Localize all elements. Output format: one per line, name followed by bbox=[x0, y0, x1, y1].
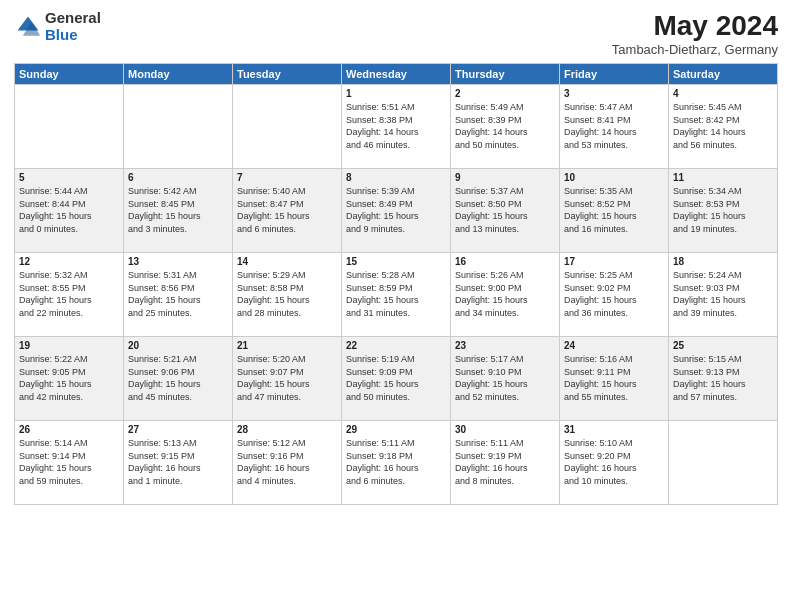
day-info: Sunrise: 5:17 AM Sunset: 9:10 PM Dayligh… bbox=[455, 353, 555, 403]
day-number: 19 bbox=[19, 340, 119, 351]
day-number: 25 bbox=[673, 340, 773, 351]
day-info: Sunrise: 5:20 AM Sunset: 9:07 PM Dayligh… bbox=[237, 353, 337, 403]
day-info: Sunrise: 5:10 AM Sunset: 9:20 PM Dayligh… bbox=[564, 437, 664, 487]
day-info: Sunrise: 5:22 AM Sunset: 9:05 PM Dayligh… bbox=[19, 353, 119, 403]
day-info: Sunrise: 5:16 AM Sunset: 9:11 PM Dayligh… bbox=[564, 353, 664, 403]
day-info: Sunrise: 5:47 AM Sunset: 8:41 PM Dayligh… bbox=[564, 101, 664, 151]
logo-general-text: General bbox=[45, 10, 101, 27]
calendar-cell: 11Sunrise: 5:34 AM Sunset: 8:53 PM Dayli… bbox=[669, 169, 778, 253]
calendar-week-3: 12Sunrise: 5:32 AM Sunset: 8:55 PM Dayli… bbox=[15, 253, 778, 337]
day-number: 16 bbox=[455, 256, 555, 267]
day-number: 14 bbox=[237, 256, 337, 267]
day-info: Sunrise: 5:14 AM Sunset: 9:14 PM Dayligh… bbox=[19, 437, 119, 487]
calendar-cell: 23Sunrise: 5:17 AM Sunset: 9:10 PM Dayli… bbox=[451, 337, 560, 421]
day-info: Sunrise: 5:15 AM Sunset: 9:13 PM Dayligh… bbox=[673, 353, 773, 403]
day-number: 12 bbox=[19, 256, 119, 267]
calendar-cell bbox=[669, 421, 778, 505]
logo: General Blue bbox=[14, 10, 101, 43]
day-info: Sunrise: 5:26 AM Sunset: 9:00 PM Dayligh… bbox=[455, 269, 555, 319]
logo-icon bbox=[14, 13, 42, 41]
calendar-week-5: 26Sunrise: 5:14 AM Sunset: 9:14 PM Dayli… bbox=[15, 421, 778, 505]
day-number: 30 bbox=[455, 424, 555, 435]
day-number: 28 bbox=[237, 424, 337, 435]
day-info: Sunrise: 5:34 AM Sunset: 8:53 PM Dayligh… bbox=[673, 185, 773, 235]
day-info: Sunrise: 5:19 AM Sunset: 9:09 PM Dayligh… bbox=[346, 353, 446, 403]
day-number: 26 bbox=[19, 424, 119, 435]
calendar-cell: 31Sunrise: 5:10 AM Sunset: 9:20 PM Dayli… bbox=[560, 421, 669, 505]
calendar-cell: 2Sunrise: 5:49 AM Sunset: 8:39 PM Daylig… bbox=[451, 85, 560, 169]
day-number: 11 bbox=[673, 172, 773, 183]
weekday-header-row: SundayMondayTuesdayWednesdayThursdayFrid… bbox=[15, 64, 778, 85]
logo-blue-text: Blue bbox=[45, 27, 101, 44]
calendar-table: SundayMondayTuesdayWednesdayThursdayFrid… bbox=[14, 63, 778, 505]
day-number: 20 bbox=[128, 340, 228, 351]
calendar-cell bbox=[124, 85, 233, 169]
calendar-week-4: 19Sunrise: 5:22 AM Sunset: 9:05 PM Dayli… bbox=[15, 337, 778, 421]
calendar-cell bbox=[15, 85, 124, 169]
day-number: 29 bbox=[346, 424, 446, 435]
day-info: Sunrise: 5:35 AM Sunset: 8:52 PM Dayligh… bbox=[564, 185, 664, 235]
day-info: Sunrise: 5:44 AM Sunset: 8:44 PM Dayligh… bbox=[19, 185, 119, 235]
day-info: Sunrise: 5:42 AM Sunset: 8:45 PM Dayligh… bbox=[128, 185, 228, 235]
calendar-cell bbox=[233, 85, 342, 169]
page: General Blue May 2024 Tambach-Dietharz, … bbox=[0, 0, 792, 612]
day-number: 9 bbox=[455, 172, 555, 183]
logo-text: General Blue bbox=[45, 10, 101, 43]
day-info: Sunrise: 5:49 AM Sunset: 8:39 PM Dayligh… bbox=[455, 101, 555, 151]
day-info: Sunrise: 5:45 AM Sunset: 8:42 PM Dayligh… bbox=[673, 101, 773, 151]
day-info: Sunrise: 5:37 AM Sunset: 8:50 PM Dayligh… bbox=[455, 185, 555, 235]
day-number: 17 bbox=[564, 256, 664, 267]
calendar-cell: 20Sunrise: 5:21 AM Sunset: 9:06 PM Dayli… bbox=[124, 337, 233, 421]
day-info: Sunrise: 5:21 AM Sunset: 9:06 PM Dayligh… bbox=[128, 353, 228, 403]
calendar-cell: 5Sunrise: 5:44 AM Sunset: 8:44 PM Daylig… bbox=[15, 169, 124, 253]
calendar-cell: 1Sunrise: 5:51 AM Sunset: 8:38 PM Daylig… bbox=[342, 85, 451, 169]
calendar-week-2: 5Sunrise: 5:44 AM Sunset: 8:44 PM Daylig… bbox=[15, 169, 778, 253]
weekday-header-saturday: Saturday bbox=[669, 64, 778, 85]
day-info: Sunrise: 5:11 AM Sunset: 9:19 PM Dayligh… bbox=[455, 437, 555, 487]
day-info: Sunrise: 5:12 AM Sunset: 9:16 PM Dayligh… bbox=[237, 437, 337, 487]
calendar-cell: 26Sunrise: 5:14 AM Sunset: 9:14 PM Dayli… bbox=[15, 421, 124, 505]
day-number: 8 bbox=[346, 172, 446, 183]
day-info: Sunrise: 5:13 AM Sunset: 9:15 PM Dayligh… bbox=[128, 437, 228, 487]
day-number: 4 bbox=[673, 88, 773, 99]
calendar-cell: 28Sunrise: 5:12 AM Sunset: 9:16 PM Dayli… bbox=[233, 421, 342, 505]
calendar-cell: 3Sunrise: 5:47 AM Sunset: 8:41 PM Daylig… bbox=[560, 85, 669, 169]
calendar-cell: 16Sunrise: 5:26 AM Sunset: 9:00 PM Dayli… bbox=[451, 253, 560, 337]
day-number: 22 bbox=[346, 340, 446, 351]
day-number: 5 bbox=[19, 172, 119, 183]
day-number: 1 bbox=[346, 88, 446, 99]
weekday-header-tuesday: Tuesday bbox=[233, 64, 342, 85]
day-number: 23 bbox=[455, 340, 555, 351]
title-area: May 2024 Tambach-Dietharz, Germany bbox=[612, 10, 778, 57]
day-number: 21 bbox=[237, 340, 337, 351]
day-number: 13 bbox=[128, 256, 228, 267]
calendar-cell: 24Sunrise: 5:16 AM Sunset: 9:11 PM Dayli… bbox=[560, 337, 669, 421]
day-info: Sunrise: 5:39 AM Sunset: 8:49 PM Dayligh… bbox=[346, 185, 446, 235]
month-title: May 2024 bbox=[612, 10, 778, 42]
calendar-cell: 22Sunrise: 5:19 AM Sunset: 9:09 PM Dayli… bbox=[342, 337, 451, 421]
day-info: Sunrise: 5:25 AM Sunset: 9:02 PM Dayligh… bbox=[564, 269, 664, 319]
calendar-cell: 9Sunrise: 5:37 AM Sunset: 8:50 PM Daylig… bbox=[451, 169, 560, 253]
day-info: Sunrise: 5:40 AM Sunset: 8:47 PM Dayligh… bbox=[237, 185, 337, 235]
day-info: Sunrise: 5:11 AM Sunset: 9:18 PM Dayligh… bbox=[346, 437, 446, 487]
day-info: Sunrise: 5:31 AM Sunset: 8:56 PM Dayligh… bbox=[128, 269, 228, 319]
calendar-cell: 18Sunrise: 5:24 AM Sunset: 9:03 PM Dayli… bbox=[669, 253, 778, 337]
header: General Blue May 2024 Tambach-Dietharz, … bbox=[14, 10, 778, 57]
day-number: 7 bbox=[237, 172, 337, 183]
calendar-cell: 7Sunrise: 5:40 AM Sunset: 8:47 PM Daylig… bbox=[233, 169, 342, 253]
calendar-cell: 25Sunrise: 5:15 AM Sunset: 9:13 PM Dayli… bbox=[669, 337, 778, 421]
day-number: 24 bbox=[564, 340, 664, 351]
calendar-cell: 4Sunrise: 5:45 AM Sunset: 8:42 PM Daylig… bbox=[669, 85, 778, 169]
location-subtitle: Tambach-Dietharz, Germany bbox=[612, 42, 778, 57]
day-number: 10 bbox=[564, 172, 664, 183]
day-number: 3 bbox=[564, 88, 664, 99]
day-info: Sunrise: 5:24 AM Sunset: 9:03 PM Dayligh… bbox=[673, 269, 773, 319]
calendar-week-1: 1Sunrise: 5:51 AM Sunset: 8:38 PM Daylig… bbox=[15, 85, 778, 169]
weekday-header-friday: Friday bbox=[560, 64, 669, 85]
day-info: Sunrise: 5:32 AM Sunset: 8:55 PM Dayligh… bbox=[19, 269, 119, 319]
day-number: 2 bbox=[455, 88, 555, 99]
day-number: 6 bbox=[128, 172, 228, 183]
calendar-cell: 13Sunrise: 5:31 AM Sunset: 8:56 PM Dayli… bbox=[124, 253, 233, 337]
day-info: Sunrise: 5:51 AM Sunset: 8:38 PM Dayligh… bbox=[346, 101, 446, 151]
calendar-cell: 17Sunrise: 5:25 AM Sunset: 9:02 PM Dayli… bbox=[560, 253, 669, 337]
